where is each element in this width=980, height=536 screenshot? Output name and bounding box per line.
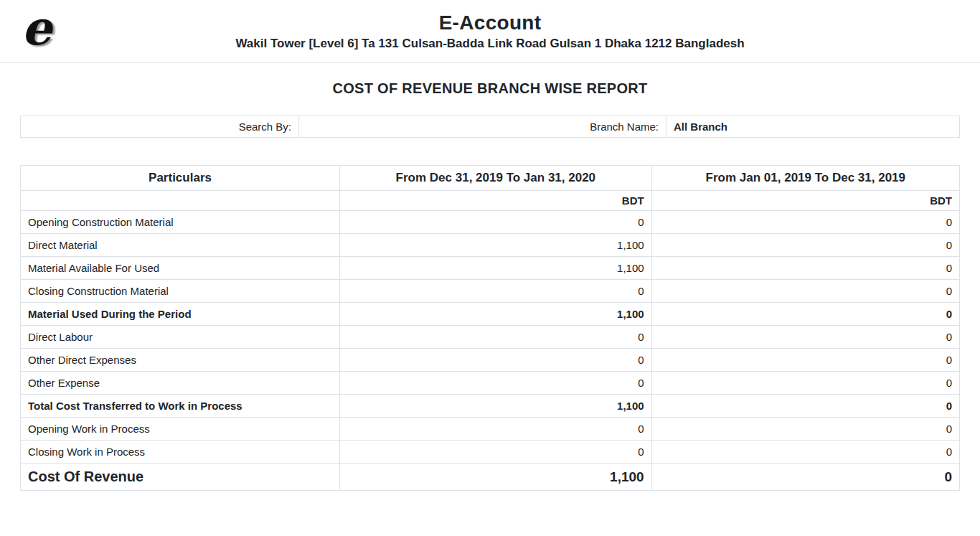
row-value-period1: 1,100 [340,395,652,418]
app-title: E-Account [0,11,980,34]
column-header-row: Particulars From Dec 31, 2019 To Jan 31,… [21,166,960,191]
currency-header-period1: BDT [340,191,652,211]
row-label: Closing Work in Process [21,441,340,464]
row-value-period1: 0 [340,418,652,441]
currency-header-row: BDT BDT [21,191,960,211]
row-label: Closing Construction Material [21,280,340,303]
row-value-period2: 0 [651,372,959,395]
table-row: Closing Work in Process 0 0 [21,441,960,464]
row-label: Other Expense [21,372,340,395]
row-value-period2: 0 [651,234,959,257]
row-label: Material Available For Used [21,257,340,280]
row-value-period1: 0 [340,372,652,395]
row-label: Total Cost Transferred to Work in Proces… [21,395,340,418]
table-row: Direct Material 1,100 0 [21,234,960,257]
total-row-value-period1: 1,100 [340,464,652,491]
row-value-period1: 1,100 [340,257,652,280]
table-row: Closing Construction Material 0 0 [21,280,960,303]
row-value-period2: 0 [651,395,959,418]
app-header: e E-Account Wakil Tower [Level 6] Ta 131… [0,0,980,51]
row-label: Direct Material [21,234,340,257]
row-value-period1: 0 [340,326,652,349]
table-row: Direct Labour 0 0 [21,326,960,349]
table-row: Opening Work in Process 0 0 [21,418,960,441]
logo-letter: e [22,0,52,56]
report-title: COST OF REVENUE BRANCH WISE REPORT [0,80,980,97]
company-address: Wakil Tower [Level 6] Ta 131 Culsan-Badd… [0,37,980,51]
row-value-period2: 0 [651,349,959,372]
row-value-period2: 0 [651,418,959,441]
total-row-label: Cost Of Revenue [21,464,340,491]
row-value-period1: 0 [340,441,652,464]
column-header-period1: From Dec 31, 2019 To Jan 31, 2020 [340,166,652,191]
branch-name-label: Branch Name: [590,121,659,133]
row-value-period2: 0 [651,303,959,326]
row-value-period1: 1,100 [340,234,652,257]
row-value-period1: 0 [340,349,652,372]
branch-name-value: All Branch [666,116,959,137]
row-value-period1: 0 [340,211,652,234]
column-header-period2: From Jan 01, 2019 To Dec 31, 2019 [651,166,959,191]
search-bar: Search By: Branch Name: All Branch [20,116,960,138]
row-label: Direct Labour [21,326,340,349]
report-table: Particulars From Dec 31, 2019 To Jan 31,… [20,165,960,491]
row-value-period1: 0 [340,280,652,303]
currency-header-empty [21,191,340,211]
table-body: Opening Construction Material 0 0 Direct… [21,211,960,464]
table-row: Material Available For Used 1,100 0 [21,257,960,280]
table-row: Opening Construction Material 0 0 [21,211,960,234]
row-label: Other Direct Expenses [21,349,340,372]
app-logo-icon: e [22,4,52,52]
report-page: e E-Account Wakil Tower [Level 6] Ta 131… [0,0,980,491]
table-row: Other Direct Expenses 0 0 [21,349,960,372]
row-value-period2: 0 [651,280,959,303]
row-label: Opening Work in Process [21,418,340,441]
column-header-particulars: Particulars [21,166,340,191]
search-by-label: Search By: [21,116,299,137]
row-label: Opening Construction Material [21,211,340,234]
row-value-period1: 1,100 [340,303,652,326]
header-divider [0,62,980,63]
row-value-period2: 0 [651,211,959,234]
row-value-period2: 0 [651,326,959,349]
row-value-period2: 0 [651,257,959,280]
table-row: Total Cost Transferred to Work in Proces… [21,395,960,418]
total-row: Cost Of Revenue 1,100 0 [21,464,960,491]
table-row: Other Expense 0 0 [21,372,960,395]
row-label: Material Used During the Period [21,303,340,326]
total-row-value-period2: 0 [651,464,959,491]
currency-header-period2: BDT [651,191,959,211]
row-value-period2: 0 [651,441,959,464]
table-row: Material Used During the Period 1,100 0 [21,303,960,326]
search-input-area[interactable]: Branch Name: [299,116,666,137]
